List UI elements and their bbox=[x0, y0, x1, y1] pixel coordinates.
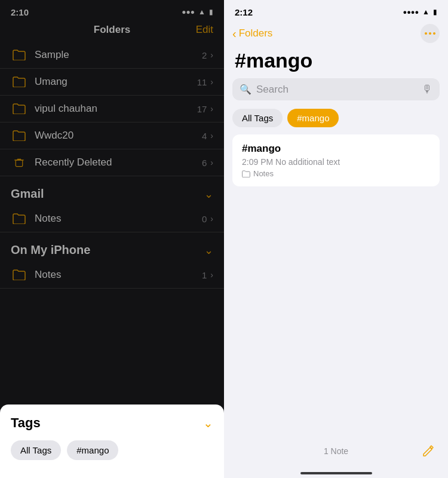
note-card-folder: Notes bbox=[242, 169, 430, 178]
back-button[interactable]: ‹ Folders bbox=[232, 27, 272, 41]
gmail-title: Gmail bbox=[11, 187, 44, 201]
left-status-bar: 2:10 ●●● ▲ ▮ bbox=[0, 0, 224, 22]
note-card-title: #mango bbox=[242, 143, 430, 155]
folder-item-iphone-notes[interactable]: Notes 1 › bbox=[0, 262, 224, 289]
gmail-section-header[interactable]: Gmail ⌄ bbox=[0, 176, 224, 206]
tag-pill-mango[interactable]: #mango bbox=[67, 440, 118, 460]
folder-name-vipul: vipul chauhan bbox=[35, 103, 197, 115]
left-header: Folders Edit bbox=[0, 22, 224, 42]
folder-item-wwdc20[interactable]: Wwdc20 4 › bbox=[0, 122, 224, 149]
tag-pill-all-tags[interactable]: All Tags bbox=[11, 440, 61, 460]
wifi-icon: ▲ bbox=[198, 8, 205, 16]
folder-count-iphone-notes: 1 bbox=[202, 270, 207, 280]
folder-item-umang[interactable]: Umang 11 › bbox=[0, 69, 224, 96]
folder-item-recently-deleted[interactable]: Recently Deleted 6 › bbox=[0, 149, 224, 176]
chevron-icon-gmail-notes: › bbox=[210, 214, 213, 223]
search-bar[interactable]: 🔍 Search 🎙 bbox=[232, 78, 440, 100]
tag-filter-row: All Tags #mango bbox=[224, 106, 448, 134]
tags-sheet-header: Tags ⌄ bbox=[11, 415, 213, 431]
search-input[interactable]: Search bbox=[256, 84, 417, 96]
folder-count-umang: 11 bbox=[197, 77, 207, 87]
folder-name-iphone-notes: Notes bbox=[35, 269, 202, 281]
right-status-icons: ●●●● ▲ ▮ bbox=[403, 8, 437, 16]
folder-icon-sample bbox=[11, 48, 27, 62]
svg-rect-0 bbox=[16, 160, 22, 167]
folder-name-gmail-notes: Notes bbox=[35, 213, 202, 225]
right-time: 2:12 bbox=[235, 7, 253, 17]
tags-sheet-chevron-icon[interactable]: ⌄ bbox=[203, 416, 213, 430]
folder-count-gmail-notes: 0 bbox=[202, 214, 207, 224]
folder-icon-vipul bbox=[11, 102, 27, 115]
folder-icon-umang bbox=[11, 75, 27, 88]
more-dots-icon bbox=[425, 32, 435, 35]
gmail-chevron-icon: ⌄ bbox=[204, 188, 213, 201]
right-panel: 2:12 ●●●● ▲ ▮ ‹ Folders #mango 🔍 Search … bbox=[224, 0, 448, 478]
tags-sheet: Tags ⌄ All Tags #mango bbox=[0, 405, 224, 478]
folder-icon-iphone-notes bbox=[11, 268, 27, 281]
folder-count-wwdc20: 4 bbox=[202, 131, 207, 141]
left-panel: 2:10 ●●● ▲ ▮ Folders Edit Sample 2 › bbox=[0, 0, 224, 478]
note-count: 1 Note bbox=[251, 446, 421, 456]
edit-button[interactable]: Edit bbox=[196, 24, 213, 36]
right-status-bar: 2:12 ●●●● ▲ ▮ bbox=[224, 0, 448, 22]
left-status-icons: ●●● ▲ ▮ bbox=[182, 8, 213, 16]
folders-title: Folders bbox=[94, 24, 130, 36]
folder-count-recently-deleted: 6 bbox=[202, 158, 207, 168]
right-bottom-bar: 1 Note bbox=[224, 439, 448, 471]
on-my-iphone-section-header[interactable]: On My iPhone ⌄ bbox=[0, 232, 224, 262]
chevron-icon-sample: › bbox=[210, 50, 213, 60]
right-battery-icon: ▮ bbox=[433, 8, 437, 16]
chevron-icon-wwdc20: › bbox=[210, 131, 213, 140]
folder-item-sample[interactable]: Sample 2 › bbox=[0, 42, 224, 69]
on-my-iphone-title: On My iPhone bbox=[11, 243, 90, 257]
home-indicator-right bbox=[300, 472, 372, 474]
more-button[interactable] bbox=[421, 24, 440, 43]
folder-name-sample: Sample bbox=[35, 49, 202, 61]
signal-icon: ●●● bbox=[182, 8, 195, 16]
page-title: #mango bbox=[224, 47, 448, 78]
note-card-meta: 2:09 PM No additional text bbox=[242, 157, 430, 167]
right-wifi-icon: ▲ bbox=[422, 8, 429, 16]
chevron-icon-recently-deleted: › bbox=[210, 158, 213, 167]
back-chevron-icon: ‹ bbox=[232, 27, 237, 41]
left-time: 2:10 bbox=[11, 7, 29, 17]
tags-sheet-title: Tags bbox=[11, 415, 41, 431]
folder-icon-wwdc20 bbox=[11, 129, 27, 142]
folder-item-gmail-notes[interactable]: Notes 0 › bbox=[0, 206, 224, 232]
notes-list: #mango 2:09 PM No additional text Notes bbox=[224, 134, 448, 439]
note-card-mango[interactable]: #mango 2:09 PM No additional text Notes bbox=[232, 134, 440, 186]
folder-name-recently-deleted: Recently Deleted bbox=[35, 157, 202, 168]
compose-button[interactable] bbox=[421, 443, 437, 459]
chevron-icon-iphone-notes: › bbox=[210, 270, 213, 280]
tag-filter-all-tags[interactable]: All Tags bbox=[232, 109, 283, 127]
folder-name-umang: Umang bbox=[35, 76, 197, 88]
right-signal-icon: ●●●● bbox=[403, 8, 419, 16]
mic-icon[interactable]: 🎙 bbox=[422, 83, 432, 96]
chevron-icon-vipul: › bbox=[210, 104, 213, 114]
tag-filter-mango[interactable]: #mango bbox=[287, 109, 339, 127]
folder-name-wwdc20: Wwdc20 bbox=[35, 130, 202, 142]
compose-icon bbox=[422, 444, 436, 458]
on-my-iphone-chevron-icon: ⌄ bbox=[204, 244, 213, 257]
folder-count-sample: 2 bbox=[202, 50, 207, 60]
trash-icon-recently-deleted bbox=[11, 156, 27, 169]
battery-icon: ▮ bbox=[209, 8, 213, 16]
tags-pills: All Tags #mango bbox=[11, 440, 213, 460]
chevron-icon-umang: › bbox=[210, 77, 213, 87]
folder-count-vipul: 17 bbox=[197, 104, 207, 114]
back-label: Folders bbox=[239, 27, 273, 39]
note-folder-name: Notes bbox=[253, 169, 274, 178]
folder-icon-gmail-notes bbox=[11, 212, 27, 225]
search-icon: 🔍 bbox=[240, 84, 251, 95]
folder-item-vipul[interactable]: vipul chauhan 17 › bbox=[0, 96, 224, 122]
right-nav: ‹ Folders bbox=[224, 22, 448, 47]
note-folder-icon bbox=[242, 170, 250, 177]
